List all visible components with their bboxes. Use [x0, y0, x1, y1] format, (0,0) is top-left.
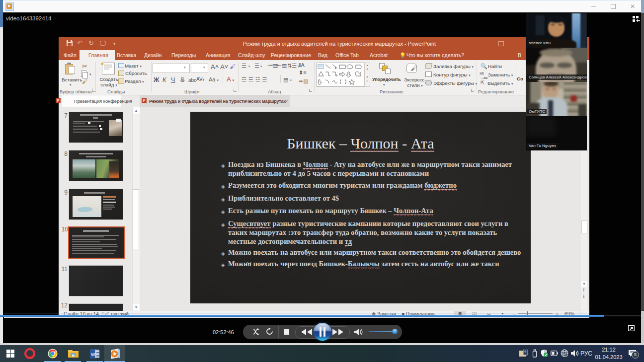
svg-text:w: w: [90, 351, 95, 357]
